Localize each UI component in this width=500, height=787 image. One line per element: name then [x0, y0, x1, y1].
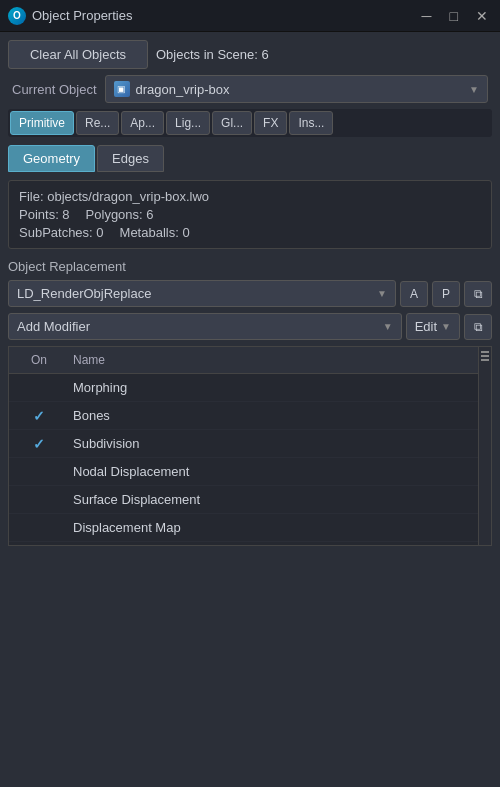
list-item[interactable]: Nodal Displacement: [9, 458, 478, 486]
top-row: Clear All Objects Objects in Scene: 6: [8, 40, 492, 69]
scroll-line: [481, 359, 489, 361]
chevron-down-icon: ▼: [377, 288, 387, 299]
replacement-row: LD_RenderObjReplace ▼ A P ⧉: [8, 280, 492, 307]
points-polygons-row: Points: 8 Polygons: 6: [19, 207, 481, 222]
modifier-list-container: On Name Morphing✓Bones✓SubdivisionNodal …: [8, 346, 492, 546]
tab-gl[interactable]: Gl...: [212, 111, 252, 135]
tab-geometry[interactable]: Geometry: [8, 145, 95, 172]
app-icon: O: [8, 7, 26, 25]
window-title: Object Properties: [32, 8, 418, 23]
list-item-name: Bones: [69, 406, 478, 425]
close-button[interactable]: ✕: [472, 9, 492, 23]
col-name-header: Name: [69, 351, 478, 369]
scroll-line: [481, 355, 489, 357]
file-row: File: objects/dragon_vrip-box.lwo: [19, 189, 481, 204]
list-item-name: Subdivision: [69, 434, 478, 453]
minimize-button[interactable]: ─: [418, 9, 436, 23]
replacement-p-button[interactable]: P: [432, 281, 460, 307]
clear-all-objects-button[interactable]: Clear All Objects: [8, 40, 148, 69]
main-content: Clear All Objects Objects in Scene: 6 Cu…: [0, 32, 500, 554]
list-item-check: ✓: [9, 436, 69, 452]
list-item[interactable]: ✓Bones: [9, 402, 478, 430]
secondary-tab-row: GeometryEdges: [8, 143, 492, 174]
list-item-name: Displacement Map: [69, 518, 478, 537]
replacement-name: LD_RenderObjReplace: [17, 286, 377, 301]
metaballs-label: Metaballs: 0: [120, 225, 190, 240]
current-object-dropdown[interactable]: ▣ dragon_vrip-box ▼: [105, 75, 488, 103]
window-controls: ─ □ ✕: [418, 9, 492, 23]
list-item[interactable]: ✓Subdivision: [9, 430, 478, 458]
objects-in-scene-label: Objects in Scene: 6: [156, 47, 269, 62]
tab-re[interactable]: Re...: [76, 111, 119, 135]
tab-lig[interactable]: Lig...: [166, 111, 210, 135]
list-item-check: ✓: [9, 408, 69, 424]
modifier-list: On Name Morphing✓Bones✓SubdivisionNodal …: [8, 346, 478, 546]
modifier-copy-button[interactable]: ⧉: [464, 314, 492, 340]
scroll-line: [481, 351, 489, 353]
scrollbar[interactable]: [478, 346, 492, 546]
replacement-copy-button[interactable]: ⧉: [464, 281, 492, 307]
title-bar: O Object Properties ─ □ ✕: [0, 0, 500, 32]
col-on-header: On: [9, 351, 69, 369]
current-object-label: Current Object: [12, 82, 97, 97]
list-item-name: Morphing: [69, 378, 478, 397]
maximize-button[interactable]: □: [446, 9, 462, 23]
chevron-down-icon: ▼: [383, 321, 393, 332]
list-item[interactable]: Surface Displacement: [9, 486, 478, 514]
add-modifier-label: Add Modifier: [17, 319, 383, 334]
list-item[interactable]: Displacement Map: [9, 514, 478, 542]
current-object-row: Current Object ▣ dragon_vrip-box ▼: [8, 75, 492, 103]
subpatches-metaballs-row: SubPatches: 0 Metaballs: 0: [19, 225, 481, 240]
chevron-down-icon: ▼: [441, 321, 451, 332]
points-label: Points: 8: [19, 207, 70, 222]
replacement-a-button[interactable]: A: [400, 281, 428, 307]
file-path: File: objects/dragon_vrip-box.lwo: [19, 189, 209, 204]
tab-primitive[interactable]: Primitive: [10, 111, 74, 135]
tab-ap[interactable]: Ap...: [121, 111, 164, 135]
list-item-name: Nodal Displacement: [69, 462, 478, 481]
edit-label: Edit: [415, 319, 437, 334]
add-modifier-dropdown[interactable]: Add Modifier ▼: [8, 313, 402, 340]
modifier-row: Add Modifier ▼ Edit ▼ ⧉: [8, 313, 492, 340]
tab-edges[interactable]: Edges: [97, 145, 164, 172]
subpatches-label: SubPatches: 0: [19, 225, 104, 240]
polygons-label: Polygons: 6: [86, 207, 154, 222]
object-replacement-label: Object Replacement: [8, 259, 492, 274]
chevron-down-icon: ▼: [469, 84, 479, 95]
tab-ins[interactable]: Ins...: [289, 111, 333, 135]
current-object-name: dragon_vrip-box: [136, 82, 464, 97]
edit-dropdown[interactable]: Edit ▼: [406, 313, 460, 340]
replacement-dropdown[interactable]: LD_RenderObjReplace ▼: [8, 280, 396, 307]
list-item[interactable]: Morphing: [9, 374, 478, 402]
scrollbar-handle: [480, 351, 490, 361]
tab-fx[interactable]: FX: [254, 111, 287, 135]
list-header: On Name: [9, 347, 478, 374]
list-item-name: Surface Displacement: [69, 490, 478, 509]
info-panel: File: objects/dragon_vrip-box.lwo Points…: [8, 180, 492, 249]
object-3d-icon: ▣: [114, 81, 130, 97]
list-items: Morphing✓Bones✓SubdivisionNodal Displace…: [9, 374, 478, 542]
primary-tab-row: PrimitiveRe...Ap...Lig...Gl...FXIns...: [8, 109, 492, 137]
